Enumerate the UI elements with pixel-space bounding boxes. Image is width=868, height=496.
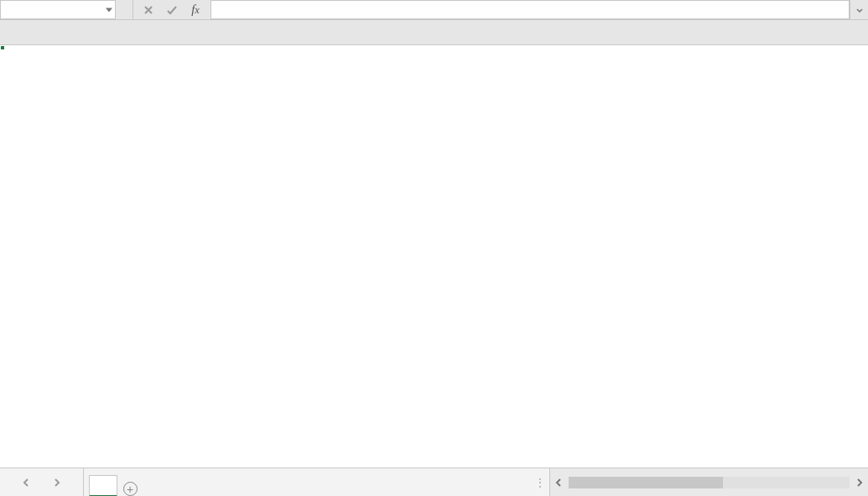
hscroll-left-button[interactable]	[550, 468, 567, 496]
horizontal-scrollbar[interactable]	[549, 468, 868, 496]
insert-function-button[interactable]: fx	[184, 1, 207, 19]
name-box-dropdown-icon[interactable]	[106, 8, 112, 12]
sheet-tabs: +	[84, 468, 143, 496]
sheet-grid[interactable]	[0, 45, 868, 468]
ribbon-spacer	[0, 20, 868, 45]
add-sheet-button[interactable]: +	[117, 482, 143, 496]
hscroll-thumb[interactable]	[569, 477, 723, 488]
hscroll-track[interactable]	[569, 477, 850, 488]
enter-button[interactable]	[160, 1, 184, 19]
cancel-button[interactable]	[137, 1, 160, 19]
tab-scroll-prev-icon[interactable]	[22, 478, 30, 488]
hscroll-right-button[interactable]	[851, 468, 868, 496]
formula-bar-expand[interactable]	[850, 0, 868, 19]
formula-input[interactable]	[211, 0, 850, 19]
tab-scroll-next-icon[interactable]	[53, 478, 61, 488]
selection-box	[0, 45, 3, 49]
formula-bar: fx	[0, 0, 868, 20]
sheet-tab-bar: + ⋮	[0, 468, 868, 496]
plus-icon: +	[123, 482, 138, 496]
formula-bar-buttons: fx	[133, 0, 211, 19]
sheet-tab-active[interactable]	[89, 475, 117, 496]
fx-icon: fx	[191, 3, 200, 17]
tab-hscroll-grip-icon[interactable]: ⋮	[531, 468, 549, 496]
tab-scroll-buttons	[0, 468, 84, 496]
fill-handle[interactable]	[0, 45, 5, 50]
name-box[interactable]	[0, 0, 116, 19]
